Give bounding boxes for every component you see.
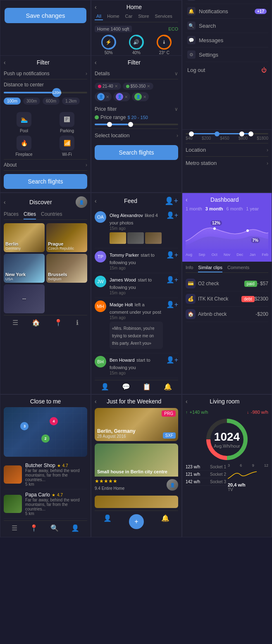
city-berlin[interactable]: Berlin Germany [4, 223, 45, 252]
fireplace-icon[interactable]: 🔥 [17, 136, 31, 150]
tag-age-close[interactable]: ✕ [115, 84, 118, 88]
logout-button[interactable]: Log out ⏻ [186, 64, 268, 76]
close-nav-list[interactable]: ☰ [12, 524, 17, 532]
filter3-thumb-2[interactable] [215, 131, 220, 136]
save-button[interactable]: Save changes [5, 8, 86, 23]
nav-list-icon[interactable]: ☰ [12, 319, 18, 327]
filter3-thumb-1[interactable] [189, 131, 194, 136]
select-location-row[interactable]: Select location › [95, 129, 178, 142]
city-brussels[interactable]: Brussels Belgium [46, 254, 87, 283]
clips-tab-comments[interactable]: Comments [227, 265, 249, 272]
feed-nav-home[interactable]: 💬 [122, 383, 130, 391]
push-notif-row[interactable]: Push up notifications › [4, 68, 87, 79]
feed-add-2[interactable]: 👤+ [166, 251, 178, 259]
tab-car[interactable]: Car [124, 13, 134, 20]
clip-item-2: 💰 ITK Kit Check debt $2300 [186, 291, 268, 307]
pill-300m[interactable]: 300m [23, 98, 40, 105]
avatar-tag-1-close[interactable]: ✕ [106, 95, 109, 99]
tag-price-close[interactable]: ✕ [147, 84, 150, 88]
pill-1-2km[interactable]: 1.2km [62, 98, 80, 105]
tab-home[interactable]: Home [105, 13, 121, 20]
feed-add-4[interactable]: 👤+ [166, 301, 178, 308]
discover-tab-places[interactable]: Places [4, 211, 19, 219]
avatar-tag-2-close[interactable]: ✕ [124, 95, 128, 99]
filter3-location-row[interactable]: Location › [186, 143, 268, 157]
mini-tick-9: 9 [252, 463, 254, 467]
clips-tab-info[interactable]: Info [186, 265, 193, 272]
discover-tab-countries[interactable]: Countries [41, 211, 62, 219]
feed-photos-1 [110, 232, 163, 244]
weekend-nav-bell[interactable]: 🔔 [161, 514, 169, 529]
feed-time-3: 15m ago [110, 291, 163, 295]
close-to-me-panel: Close to me 3 4 2 Butcher Shop ★ 4.7 Far… [0, 394, 91, 537]
map-pin-2[interactable]: 2 [41, 434, 50, 443]
tab-services[interactable]: Services [153, 13, 174, 20]
price-range-value: $ 20 - 150 [127, 115, 148, 120]
feed-add-1[interactable]: 👤+ [166, 211, 178, 219]
distance-slider[interactable]: 120m [4, 92, 87, 93]
time-3month[interactable]: 3 month [205, 206, 223, 211]
distance-thumb[interactable]: 120m [52, 88, 61, 97]
menu-notifications[interactable]: 🔔 Notifications +17 [186, 4, 268, 19]
avatar-tags: 👤 ✕ 👤 ✕ 👤 ✕ [95, 92, 178, 101]
weekend-nav-profile[interactable]: 👤 [103, 514, 112, 529]
avatar-tag-3-close[interactable]: ✕ [143, 95, 146, 99]
weekend-card2-info: ★★★★★ 9.4 Entire Home 👤 [95, 477, 178, 493]
details-collapse-icon[interactable]: ∨ [174, 71, 178, 76]
tab-all[interactable]: All [95, 13, 103, 20]
close-nav-profile[interactable]: 👤 [71, 524, 79, 532]
nav-pin-icon[interactable]: 📍 [54, 319, 62, 327]
pill-100m[interactable]: 100m [4, 98, 21, 105]
feed-add-5[interactable]: 👤+ [166, 356, 178, 364]
place-stars-2: ★ [52, 493, 55, 497]
dashboard-back-button[interactable]: ‹ [186, 196, 188, 203]
add-person-icon[interactable]: 👤+ [165, 196, 178, 205]
clips-tab-similar[interactable]: Similar clips [198, 265, 222, 272]
map-pin-4[interactable]: 4 [50, 417, 58, 425]
weekend-card-2[interactable]: Small house in Berlin city centre ★★★★★ … [95, 444, 178, 493]
about-row[interactable]: About › [4, 159, 87, 171]
menu-messages[interactable]: 💬 Messages [186, 33, 268, 48]
close-nav-pin[interactable]: 📍 [30, 524, 38, 532]
close-to-me-title: Close to me [10, 398, 81, 405]
search-flights-button-1[interactable]: Search flights [4, 174, 87, 189]
feed-user-3: James Wood [110, 277, 136, 282]
time-tabs: 1 month 3 month 6 month 1 year [186, 206, 268, 211]
discover-avatar[interactable]: 👤 [76, 196, 87, 208]
weekend-card-3[interactable] [95, 496, 178, 508]
time-1month[interactable]: 1 month [186, 206, 202, 211]
city-prague[interactable]: Prague Czech Republic [46, 223, 87, 252]
feed-nav-profile[interactable]: 👤 [101, 383, 109, 391]
tab-store[interactable]: Store [136, 13, 150, 20]
price-slider-thumb-2[interactable] [128, 122, 133, 127]
feed-nav-bell[interactable]: 🔔 [164, 383, 172, 391]
nav-home-icon[interactable]: 🏠 [32, 319, 40, 327]
pool-icon[interactable]: 🏊 [17, 112, 31, 127]
nav-info-icon[interactable]: ℹ [76, 319, 79, 327]
weekend-nav-add[interactable]: + [129, 514, 144, 529]
feed-nav-feed[interactable]: 📋 [143, 383, 151, 391]
close-nav-search[interactable]: 🔍 [50, 524, 59, 532]
menu-profile[interactable]: 👤 My profile [186, 0, 268, 4]
price-filter-slider[interactable] [95, 124, 178, 125]
pill-600m[interactable]: 600m [43, 98, 60, 105]
search-flights-button-2[interactable]: Search flights [95, 145, 178, 160]
filter3-thumb-3[interactable] [239, 131, 244, 136]
gauge-circle: 1024 Avg.Wh/hour [206, 419, 248, 460]
menu-settings[interactable]: ⚙ Settings [186, 48, 268, 62]
wifi-icon[interactable]: 📶 [60, 136, 74, 150]
feed-add-3[interactable]: 👤+ [166, 276, 178, 284]
time-1year[interactable]: 1 year [246, 206, 259, 211]
city-newyork[interactable]: New York USA [4, 254, 45, 283]
feed-avatar-1: OA [95, 211, 106, 223]
filter3-thumb-4[interactable] [248, 131, 253, 136]
filter3-metro-row[interactable]: Metro station › [186, 157, 268, 169]
city-more[interactable]: ··· [4, 284, 45, 313]
parking-icon[interactable]: 🅿 [60, 112, 74, 127]
price-filter-collapse[interactable]: ∨ [174, 106, 178, 112]
time-6month[interactable]: 6 month [227, 206, 243, 211]
price-slider-thumb-1[interactable] [107, 122, 112, 127]
menu-search[interactable]: 🔍 Search [186, 19, 268, 33]
discover-tab-cities[interactable]: Cities [24, 211, 36, 219]
weekend-card-1[interactable]: Berlin, Germany 28 August 2016 SXF PRG [95, 408, 178, 441]
